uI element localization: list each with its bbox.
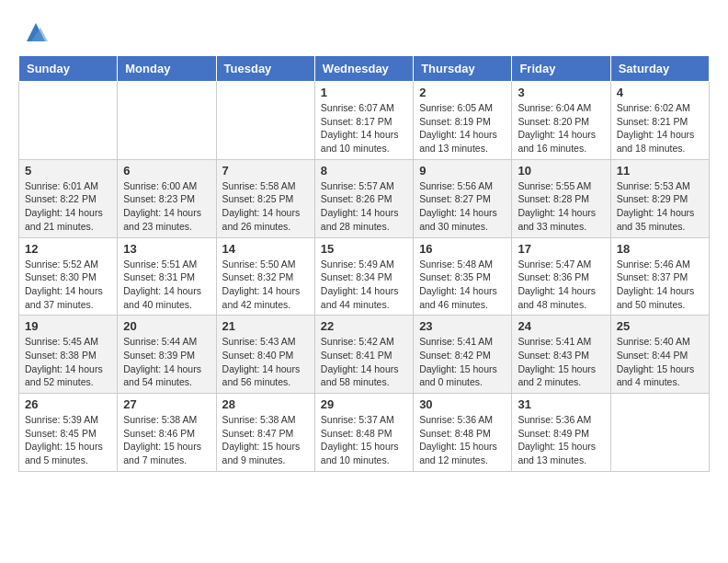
calendar-cell: 1Sunrise: 6:07 AM Sunset: 8:17 PM Daylig… [314,82,413,160]
page-header [18,18,710,46]
day-info: Sunrise: 5:42 AM Sunset: 8:41 PM Dayligh… [321,335,407,389]
calendar-table: SundayMondayTuesdayWednesdayThursdayFrid… [18,55,710,472]
calendar-cell: 8Sunrise: 5:57 AM Sunset: 8:26 PM Daylig… [314,159,413,237]
day-number: 22 [321,319,407,333]
calendar-cell: 31Sunrise: 5:36 AM Sunset: 8:49 PM Dayli… [512,394,610,472]
day-info: Sunrise: 5:48 AM Sunset: 8:35 PM Dayligh… [419,258,506,312]
day-info: Sunrise: 5:57 AM Sunset: 8:26 PM Dayligh… [321,179,407,234]
col-header-wednesday: Wednesday [314,56,413,82]
day-info: Sunrise: 5:41 AM Sunset: 8:42 PM Dayligh… [419,335,506,389]
calendar-cell: 24Sunrise: 5:41 AM Sunset: 8:43 PM Dayli… [512,316,610,394]
day-number: 19 [25,319,111,333]
col-header-sunday: Sunday [19,56,118,82]
day-info: Sunrise: 5:56 AM Sunset: 8:27 PM Dayligh… [419,179,506,234]
calendar-cell: 2Sunrise: 6:05 AM Sunset: 8:19 PM Daylig… [414,82,512,160]
logo-icon [22,18,50,46]
day-info: Sunrise: 5:50 AM Sunset: 8:32 PM Dayligh… [222,258,309,312]
day-info: Sunrise: 6:00 AM Sunset: 8:23 PM Dayligh… [123,179,210,234]
day-number: 13 [123,242,210,256]
day-number: 1 [321,86,407,99]
logo [18,18,50,46]
day-number: 29 [321,397,407,411]
calendar-cell: 30Sunrise: 5:36 AM Sunset: 8:48 PM Dayli… [414,394,512,472]
day-info: Sunrise: 5:52 AM Sunset: 8:30 PM Dayligh… [25,258,111,312]
calendar-cell: 18Sunrise: 5:46 AM Sunset: 8:37 PM Dayli… [610,237,709,316]
day-number: 18 [617,242,703,256]
day-number: 7 [222,164,309,178]
calendar-cell: 25Sunrise: 5:40 AM Sunset: 8:44 PM Dayli… [610,316,709,394]
calendar-week-row: 5Sunrise: 6:01 AM Sunset: 8:22 PM Daylig… [19,159,710,237]
day-info: Sunrise: 5:51 AM Sunset: 8:31 PM Dayligh… [123,258,210,312]
calendar-week-row: 19Sunrise: 5:45 AM Sunset: 8:38 PM Dayli… [19,316,710,394]
calendar-cell: 29Sunrise: 5:37 AM Sunset: 8:48 PM Dayli… [314,394,413,472]
calendar-cell: 11Sunrise: 5:53 AM Sunset: 8:29 PM Dayli… [610,159,709,237]
day-number: 3 [518,86,604,99]
calendar-cell: 6Sunrise: 6:00 AM Sunset: 8:23 PM Daylig… [118,159,216,237]
calendar-cell: 5Sunrise: 6:01 AM Sunset: 8:22 PM Daylig… [19,159,118,237]
calendar-cell: 16Sunrise: 5:48 AM Sunset: 8:35 PM Dayli… [414,237,512,316]
calendar-cell: 21Sunrise: 5:43 AM Sunset: 8:40 PM Dayli… [216,316,314,394]
calendar-cell: 3Sunrise: 6:04 AM Sunset: 8:20 PM Daylig… [512,82,610,160]
day-number: 2 [419,86,506,99]
calendar-cell: 27Sunrise: 5:38 AM Sunset: 8:46 PM Dayli… [118,394,216,472]
day-number: 10 [518,164,604,178]
day-number: 11 [617,164,703,178]
calendar-cell: 28Sunrise: 5:38 AM Sunset: 8:47 PM Dayli… [216,394,314,472]
calendar-cell [19,82,118,160]
day-info: Sunrise: 5:39 AM Sunset: 8:45 PM Dayligh… [25,413,111,467]
day-info: Sunrise: 5:41 AM Sunset: 8:43 PM Dayligh… [518,335,604,389]
day-info: Sunrise: 5:38 AM Sunset: 8:46 PM Dayligh… [123,413,210,467]
day-info: Sunrise: 5:55 AM Sunset: 8:28 PM Dayligh… [518,179,604,234]
day-number: 9 [419,164,506,178]
day-info: Sunrise: 5:43 AM Sunset: 8:40 PM Dayligh… [222,335,309,389]
calendar-cell: 14Sunrise: 5:50 AM Sunset: 8:32 PM Dayli… [216,237,314,316]
day-number: 12 [25,242,111,256]
calendar-cell: 17Sunrise: 5:47 AM Sunset: 8:36 PM Dayli… [512,237,610,316]
day-info: Sunrise: 5:46 AM Sunset: 8:37 PM Dayligh… [617,258,703,312]
day-info: Sunrise: 5:36 AM Sunset: 8:48 PM Dayligh… [419,413,506,467]
calendar-week-row: 26Sunrise: 5:39 AM Sunset: 8:45 PM Dayli… [19,394,710,472]
col-header-friday: Friday [512,56,610,82]
col-header-thursday: Thursday [414,56,512,82]
calendar-cell: 19Sunrise: 5:45 AM Sunset: 8:38 PM Dayli… [19,316,118,394]
calendar-cell: 22Sunrise: 5:42 AM Sunset: 8:41 PM Dayli… [314,316,413,394]
day-number: 6 [123,164,210,178]
day-info: Sunrise: 6:02 AM Sunset: 8:21 PM Dayligh… [617,101,703,155]
day-info: Sunrise: 5:37 AM Sunset: 8:48 PM Dayligh… [321,413,407,467]
calendar-cell [118,82,216,160]
day-info: Sunrise: 6:05 AM Sunset: 8:19 PM Dayligh… [419,101,506,155]
day-info: Sunrise: 6:04 AM Sunset: 8:20 PM Dayligh… [518,101,604,155]
day-number: 24 [518,319,604,333]
day-number: 14 [222,242,309,256]
day-info: Sunrise: 5:58 AM Sunset: 8:25 PM Dayligh… [222,179,309,234]
col-header-tuesday: Tuesday [216,56,314,82]
day-number: 15 [321,242,407,256]
calendar-cell: 26Sunrise: 5:39 AM Sunset: 8:45 PM Dayli… [19,394,118,472]
day-number: 16 [419,242,506,256]
calendar-cell: 9Sunrise: 5:56 AM Sunset: 8:27 PM Daylig… [414,159,512,237]
day-number: 26 [25,397,111,411]
day-info: Sunrise: 5:45 AM Sunset: 8:38 PM Dayligh… [25,335,111,389]
day-number: 8 [321,164,407,178]
day-info: Sunrise: 6:07 AM Sunset: 8:17 PM Dayligh… [321,101,407,155]
calendar-cell: 10Sunrise: 5:55 AM Sunset: 8:28 PM Dayli… [512,159,610,237]
day-number: 17 [518,242,604,256]
day-info: Sunrise: 5:40 AM Sunset: 8:44 PM Dayligh… [617,335,703,389]
calendar-cell: 7Sunrise: 5:58 AM Sunset: 8:25 PM Daylig… [216,159,314,237]
day-info: Sunrise: 5:44 AM Sunset: 8:39 PM Dayligh… [123,335,210,389]
col-header-saturday: Saturday [610,56,709,82]
calendar-week-row: 12Sunrise: 5:52 AM Sunset: 8:30 PM Dayli… [19,237,710,316]
day-number: 31 [518,397,604,411]
calendar-cell: 20Sunrise: 5:44 AM Sunset: 8:39 PM Dayli… [118,316,216,394]
calendar-cell [216,82,314,160]
day-info: Sunrise: 5:38 AM Sunset: 8:47 PM Dayligh… [222,413,309,467]
day-number: 21 [222,319,309,333]
calendar-cell: 4Sunrise: 6:02 AM Sunset: 8:21 PM Daylig… [610,82,709,160]
calendar-cell [610,394,709,472]
day-number: 30 [419,397,506,411]
day-number: 4 [617,86,703,99]
day-number: 20 [123,319,210,333]
day-number: 25 [617,319,703,333]
day-info: Sunrise: 5:53 AM Sunset: 8:29 PM Dayligh… [617,179,703,234]
col-header-monday: Monday [118,56,216,82]
